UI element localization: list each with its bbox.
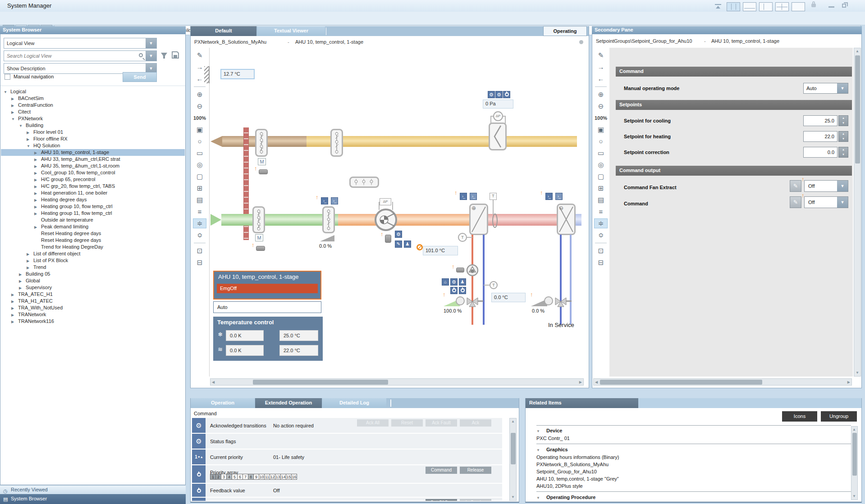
pen-icon[interactable]: ✎: [594, 50, 608, 60]
print-icon[interactable]: ⊟: [193, 258, 206, 268]
scroll-right-icon[interactable]: ▶: [579, 380, 582, 385]
pane-config-2-icon[interactable]: ≎: [193, 230, 206, 240]
send-button[interactable]: Send: [123, 72, 157, 82]
tree-expander-icon[interactable]: ▶: [11, 298, 18, 305]
tree-item[interactable]: ▼HQ Solution: [1, 142, 185, 149]
system-browser-bottom-bar[interactable]: ▤ System Browser: [0, 494, 186, 504]
tree-item[interactable]: ▶Supervisory: [1, 284, 185, 291]
recently-viewed-bar[interactable]: ◷ Recently Viewed: [0, 485, 186, 494]
filter-icon[interactable]: [160, 52, 168, 59]
tree-item[interactable]: ▶Heating group 11, flow temp_ctrl: [1, 210, 185, 217]
rect-icon[interactable]: ▭: [594, 148, 608, 158]
pen-icon[interactable]: ✎: [193, 50, 206, 60]
pane-config-icon[interactable]: ≑: [193, 218, 206, 228]
heating-three-way-valve[interactable]: [467, 295, 478, 307]
setpoint-cooling-stepper[interactable]: ▲▼: [838, 115, 848, 126]
ahu-popup[interactable]: AHU 10, temp_control, 1-stage EmgOff: [213, 271, 321, 300]
gear-icon[interactable]: [488, 91, 495, 98]
tree-expander-icon[interactable]: ▶: [11, 291, 18, 298]
tree-item[interactable]: Trend for Heating DegreDay: [1, 244, 185, 250]
return-water-temp-box[interactable]: 0.0 °C: [491, 293, 526, 302]
tree-expander-icon[interactable]: ▶: [34, 183, 41, 190]
tab-operation[interactable]: Operation: [191, 398, 255, 408]
primary-hscrollbar[interactable]: ◀ ▶: [210, 378, 584, 386]
tree-expander-icon[interactable]: ▶: [27, 251, 33, 258]
heat-recovery-damper[interactable]: [489, 123, 507, 150]
row-button[interactable]: Command: [426, 467, 457, 474]
copy-icon[interactable]: ⊡: [193, 246, 206, 256]
layout-three-pane-button[interactable]: [727, 2, 740, 11]
water-temp-sensor[interactable]: T: [458, 233, 467, 242]
save-icon[interactable]: [171, 51, 179, 59]
row-button[interactable]: In Service: [460, 499, 491, 501]
tree-item[interactable]: ▶TRA_H1_ATEC: [1, 298, 185, 304]
pane-config-icon[interactable]: ≑: [594, 218, 608, 228]
chevron-down-icon[interactable]: [837, 197, 848, 208]
cooling-deadband-box[interactable]: 0.0 K: [226, 330, 264, 341]
tree-item[interactable]: ▶Floor offline RX: [1, 136, 185, 142]
tree-item[interactable]: Outside air temperature: [1, 217, 185, 223]
system-tree[interactable]: ▼Logical▶BACnetSim▶CentralFunction▶Citec…: [1, 88, 185, 341]
grid-plus-icon[interactable]: ⊞: [594, 183, 608, 193]
search-input[interactable]: [4, 51, 156, 61]
zoom-out-icon[interactable]: ⊖: [193, 101, 206, 111]
tree-item[interactable]: ▶Citect: [1, 109, 185, 115]
tree-item[interactable]: ▼Logical: [1, 88, 185, 95]
row-button[interactable]: Reset: [391, 419, 423, 427]
search-icon[interactable]: ○: [193, 136, 206, 146]
power-icon[interactable]: [503, 91, 510, 98]
row-button[interactable]: Ack All: [357, 419, 389, 427]
manual-navigation-checkbox[interactable]: [5, 74, 10, 80]
minimize-icon[interactable]: [828, 6, 834, 8]
return-temp-sensor[interactable]: T: [490, 281, 498, 289]
chevron-down-icon[interactable]: [146, 51, 156, 61]
person-icon[interactable]: [459, 278, 466, 286]
secondary-vscrollbar[interactable]: ▲ ▼: [854, 48, 861, 377]
scroll-down-icon[interactable]: ▼: [511, 495, 515, 500]
lines-icon[interactable]: ≡: [594, 207, 608, 217]
scroll-thumb[interactable]: [511, 433, 516, 464]
tree-expander-icon[interactable]: ▶: [34, 204, 41, 210]
tree-item[interactable]: Reset Heating degree days: [1, 230, 185, 237]
tree-item[interactable]: ▶H/C grp_20, flow temp_ctrl, TABS: [1, 183, 185, 190]
scroll-right-icon[interactable]: ▶: [847, 380, 850, 385]
tree-expander-icon[interactable]: ▼: [27, 143, 33, 150]
fan-pressure-sensor[interactable]: ΔP: [380, 198, 391, 205]
focus-icon[interactable]: ▣: [193, 125, 206, 135]
outside-air-temp-box[interactable]: 12.7 °C: [220, 69, 255, 79]
tree-item[interactable]: ▶List of different object: [1, 250, 185, 257]
supply-damper[interactable]: [322, 206, 335, 233]
command-icon[interactable]: [470, 193, 477, 200]
setpoint-correction-stepper[interactable]: ▲▼: [838, 147, 848, 158]
ungroup-button[interactable]: Ungroup: [821, 411, 857, 422]
tree-expander-icon[interactable]: ▶: [19, 278, 26, 285]
power-icon[interactable]: [459, 287, 466, 294]
gear-icon[interactable]: [495, 91, 503, 98]
scroll-up-icon[interactable]: ▲: [511, 419, 515, 424]
tree-item[interactable]: ▶AHU 33, temp_&hum_ctrl,ERC strat: [1, 156, 185, 163]
scroll-thumb[interactable]: [852, 433, 857, 476]
duct-pressure-box[interactable]: 0 Pa: [483, 100, 513, 109]
scroll-thumb[interactable]: [600, 380, 762, 385]
operation-vscrollbar[interactable]: ▲ ▼: [509, 418, 517, 501]
search-icon[interactable]: ○: [594, 136, 608, 146]
layout-left-pane-button[interactable]: [759, 2, 773, 11]
focus-icon[interactable]: ▣: [594, 125, 608, 135]
search-check-icon[interactable]: ◎: [193, 160, 206, 170]
manual-operating-mode-select[interactable]: Auto: [803, 83, 848, 94]
zoom-level-icon[interactable]: 100%: [594, 113, 608, 123]
setpoint-heating-stepper[interactable]: ▲▼: [838, 131, 848, 142]
secondary-hscrollbar[interactable]: ◀ ▶: [593, 378, 852, 386]
tab-textual-viewer[interactable]: Textual Viewer: [257, 26, 325, 36]
related-group-header[interactable]: ▼Operating Procedure: [536, 494, 851, 501]
pressure-sensor[interactable]: ΔP: [493, 111, 503, 121]
tab-default[interactable]: Default: [191, 26, 256, 36]
related-item[interactable]: Operating hours informations (Binary): [536, 454, 851, 461]
tree-item[interactable]: ▶Floor level 01: [1, 129, 185, 136]
valve-actuator[interactable]: [544, 296, 553, 305]
scroll-up-icon[interactable]: ▲: [852, 427, 856, 432]
layout-bottom-pane-button[interactable]: [743, 2, 756, 11]
related-group-header[interactable]: ▼Graphics: [536, 446, 851, 454]
zoom-level-icon[interactable]: 100%: [193, 113, 206, 123]
related-item[interactable]: AHU10, 2DPlus style: [536, 482, 851, 490]
